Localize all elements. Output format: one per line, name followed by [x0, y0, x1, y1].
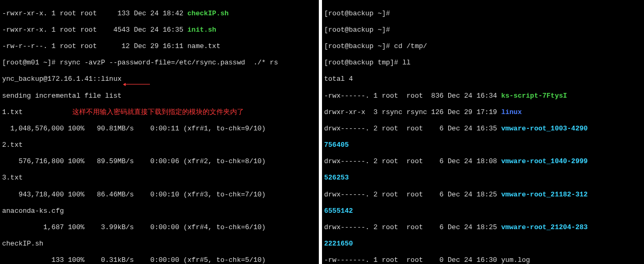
ls-line: drwx------. 2 root root 6 Dec 24 18:08 — [324, 157, 501, 165]
dir-linux: linux — [501, 108, 522, 116]
command-ll: [root@backup tmp]# ll — [324, 59, 642, 67]
command-rsync-cont: ync_backup@172.16.1.41::linux — [2, 75, 121, 83]
file-checkip: checkIP.sh — [187, 10, 229, 17]
ls-line: drwxr-xr-x 3 rsync rsync 126 Dec 29 17:1… — [324, 108, 501, 116]
progress-line: 576,716,800 100% 89.59MB/s 0:00:06 (xfr#… — [2, 157, 317, 166]
output-line: sending incremental file list — [2, 92, 317, 100]
prompt: [root@backup ~]# — [324, 26, 642, 34]
dir-vmware: vmware-root_21204-283 — [501, 223, 588, 231]
dir-vmware-cont: 2221650 — [324, 240, 642, 248]
file-name: anaconda-ks.cfg — [2, 207, 317, 215]
progress-line: 1,687 100% 3.99kB/s 0:00:00 (xfr#4, to-c… — [2, 223, 317, 232]
dir-vmware-cont: 526253 — [324, 174, 642, 182]
prompt: [root@m01 ~]# — [2, 59, 60, 67]
file-name: 3.txt — [2, 174, 317, 182]
ls-line: -rw-r--r--. 1 root root 12 Dec 29 16:11 … — [2, 42, 317, 51]
dir-vmware: vmware-root_21182-312 — [501, 191, 588, 199]
dir-vmware: vmware-root_1040-2999 — [501, 157, 588, 165]
command-rsync: rsync -avzP --password-file=/etc/rsync.p… — [60, 59, 278, 67]
ls-line: drwx------. 2 root root 6 Dec 24 18:25 — [324, 223, 501, 231]
dir-vmware: vmware-root_1003-4290 — [501, 125, 588, 133]
progress-line: 1,048,576,000 100% 90.81MB/s 0:00:11 (xf… — [2, 125, 317, 133]
ls-line: drwx------. 2 root root 6 Dec 24 16:35 — [324, 125, 501, 133]
file-name: checkIP.sh — [2, 240, 317, 248]
file-name: 2.txt — [2, 141, 317, 149]
command-cd: [root@backup ~]# cd /tmp/ — [324, 42, 642, 51]
output-line: total 4 — [324, 75, 642, 83]
file-name: 1.txt — [2, 108, 23, 116]
right-terminal[interactable]: [root@backup ~]# [root@backup ~]# [root@… — [322, 0, 644, 264]
ls-line: -rw-------. 1 root root 0 Dec 24 16:30 y… — [324, 256, 642, 264]
progress-line: 943,718,400 100% 86.46MB/s 0:00:10 (xfr#… — [2, 191, 317, 199]
left-terminal[interactable]: -rwxr-xr-x. 1 root root 133 Dec 24 18:42… — [0, 0, 322, 264]
prompt: [root@backup ~]# — [324, 10, 642, 18]
ls-line: drwx------. 2 root root 6 Dec 24 18:25 — [324, 191, 501, 199]
ls-line: -rwxr-xr-x. 1 root root 4543 Dec 24 16:3… — [2, 26, 187, 34]
ls-line: -rwxr-xr-x. 1 root root 133 Dec 24 18:42 — [2, 10, 187, 17]
progress-line: 133 100% 0.31kB/s 0:00:00 (xfr#5, to-chk… — [2, 256, 317, 264]
annotation-note: 这样不用输入密码就直接下载到指定的模块的文件夹内了 — [72, 108, 244, 116]
file-ks-script: ks-script-7FtysI — [501, 92, 567, 100]
file-init: init.sh — [187, 26, 216, 34]
dir-vmware-cont: 6555142 — [324, 207, 642, 215]
ls-line: -rwx------. 1 root root 836 Dec 24 16:34 — [324, 92, 501, 100]
dir-vmware-cont: 756405 — [324, 141, 642, 149]
